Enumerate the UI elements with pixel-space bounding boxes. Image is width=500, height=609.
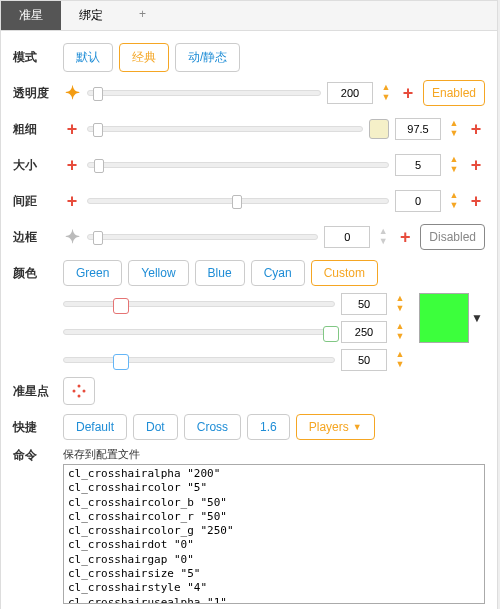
mode-classic-button[interactable]: 经典 <box>119 43 169 72</box>
preset-16-button[interactable]: 1.6 <box>247 414 290 440</box>
outline-slider[interactable] <box>87 228 318 246</box>
preset-cross-button[interactable]: Cross <box>184 414 241 440</box>
thickness-swatch <box>369 119 389 139</box>
add-size-icon[interactable]: + <box>467 155 485 176</box>
green-down-icon[interactable]: ▼ <box>393 332 407 342</box>
alpha-value[interactable]: 200 <box>327 82 373 104</box>
color-blue-button[interactable]: Blue <box>195 260 245 286</box>
dot-pattern-icon <box>70 382 88 400</box>
add-gap-icon[interactable]: + <box>467 191 485 212</box>
reset-size-icon[interactable]: + <box>63 155 81 176</box>
color-yellow-button[interactable]: Yellow <box>128 260 188 286</box>
tab-bar: 准星 绑定 + <box>1 1 497 31</box>
size-value[interactable]: 5 <box>395 154 441 176</box>
label-thickness: 粗细 <box>13 121 63 138</box>
mode-dynamic-button[interactable]: 动/静态 <box>175 43 240 72</box>
reset-outline-icon[interactable]: ✦ <box>63 226 81 248</box>
label-color: 颜色 <box>13 265 63 282</box>
outline-disabled-toggle[interactable]: Disabled <box>420 224 485 250</box>
thickness-value[interactable]: 97.5 <box>395 118 441 140</box>
size-down-icon[interactable]: ▼ <box>447 165 461 175</box>
blue-down-icon[interactable]: ▼ <box>393 360 407 370</box>
color-cyan-button[interactable]: Cyan <box>251 260 305 286</box>
commands-textarea[interactable] <box>63 464 485 604</box>
label-gap: 间距 <box>13 193 63 210</box>
thickness-slider[interactable] <box>87 120 363 138</box>
dot-style-button[interactable] <box>63 377 95 405</box>
svg-point-3 <box>78 395 81 398</box>
tab-binds[interactable]: 绑定 <box>61 1 121 30</box>
preset-players-dropdown[interactable]: Players▼ <box>296 414 375 440</box>
alpha-down-icon[interactable]: ▼ <box>379 93 393 103</box>
svg-point-2 <box>83 390 86 393</box>
thickness-down-icon[interactable]: ▼ <box>447 129 461 139</box>
mode-default-button[interactable]: 默认 <box>63 43 113 72</box>
label-size: 大小 <box>13 157 63 174</box>
label-dot: 准星点 <box>13 383 63 400</box>
preset-default-button[interactable]: Default <box>63 414 127 440</box>
gap-down-icon[interactable]: ▼ <box>447 201 461 211</box>
outline-down-icon[interactable]: ▼ <box>376 237 390 247</box>
blue-value[interactable]: 50 <box>341 349 387 371</box>
label-cmd: 命令 <box>13 447 63 464</box>
label-alpha: 透明度 <box>13 85 63 102</box>
add-outline-icon[interactable]: + <box>396 227 414 248</box>
label-shortcut: 快捷 <box>13 419 63 436</box>
save-to-config-label: 保存到配置文件 <box>63 447 485 462</box>
alpha-slider[interactable] <box>87 84 321 102</box>
svg-point-1 <box>73 390 76 393</box>
preset-dot-button[interactable]: Dot <box>133 414 178 440</box>
chevron-down-icon: ▼ <box>353 422 362 432</box>
reset-alpha-icon[interactable]: ✦ <box>63 82 81 104</box>
red-down-icon[interactable]: ▼ <box>393 304 407 314</box>
tab-crosshair[interactable]: 准星 <box>1 1 61 30</box>
green-slider[interactable] <box>63 323 335 341</box>
color-green-button[interactable]: Green <box>63 260 122 286</box>
label-outline: 边框 <box>13 229 63 246</box>
add-alpha-icon[interactable]: + <box>399 83 417 104</box>
alpha-enabled-toggle[interactable]: Enabled <box>423 80 485 106</box>
red-value[interactable]: 50 <box>341 293 387 315</box>
red-slider[interactable] <box>63 295 335 313</box>
add-thickness-icon[interactable]: + <box>467 119 485 140</box>
blue-slider[interactable] <box>63 351 335 369</box>
color-preview <box>419 293 469 343</box>
color-custom-button[interactable]: Custom <box>311 260 378 286</box>
gap-value[interactable]: 0 <box>395 190 441 212</box>
svg-point-0 <box>78 385 81 388</box>
tab-add[interactable]: + <box>121 1 164 30</box>
label-mode: 模式 <box>13 49 63 66</box>
green-value[interactable]: 250 <box>341 321 387 343</box>
reset-thickness-icon[interactable]: + <box>63 119 81 140</box>
gap-slider[interactable] <box>87 192 389 210</box>
size-slider[interactable] <box>87 156 389 174</box>
panel: 准星 绑定 + 模式 默认 经典 动/静态 透明度 ✦ 200 ▲▼ + Ena… <box>0 0 498 609</box>
reset-gap-icon[interactable]: + <box>63 191 81 212</box>
outline-value[interactable]: 0 <box>324 226 370 248</box>
color-dropdown-icon[interactable]: ▼ <box>469 311 485 325</box>
